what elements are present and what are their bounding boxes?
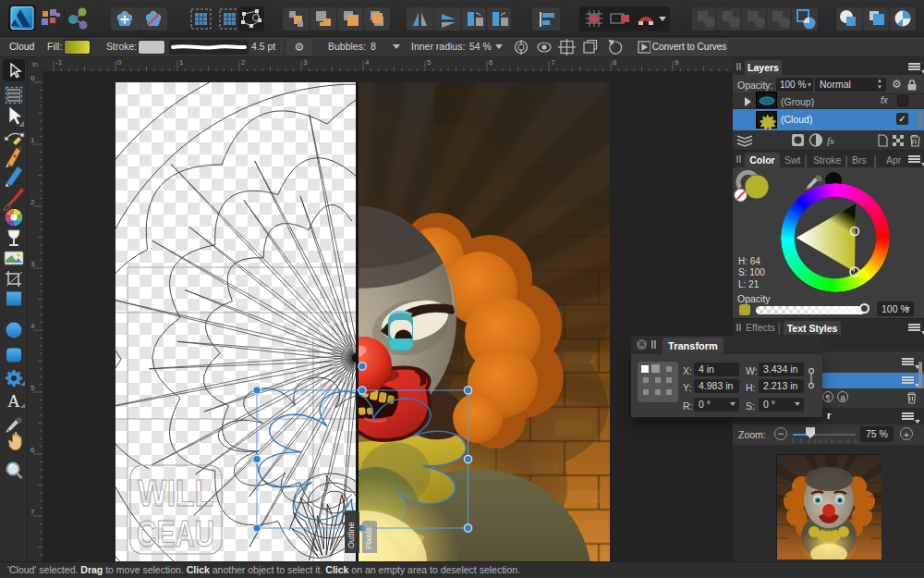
svg-text:2: 2: [241, 58, 246, 67]
svg-text:4: 4: [365, 58, 370, 67]
svg-text:1: 1: [179, 58, 184, 67]
svg-text:7: 7: [30, 508, 35, 516]
svg-text:3: 3: [303, 58, 308, 67]
svg-text:6: 6: [489, 58, 493, 67]
svg-text:A: A: [7, 391, 20, 411]
svg-text:8: 8: [613, 58, 617, 67]
svg-text:5: 5: [30, 384, 35, 392]
svg-text:0: 0: [30, 74, 35, 82]
svg-text:4: 4: [30, 322, 35, 330]
svg-text:5: 5: [427, 58, 432, 67]
svg-text:7: 7: [551, 58, 555, 67]
svg-text:6: 6: [30, 446, 35, 454]
svg-text:CEAU: CEAU: [137, 513, 214, 554]
svg-text:WILL: WILL: [138, 473, 213, 513]
svg-text:1: 1: [30, 136, 35, 144]
svg-text:9: 9: [675, 58, 679, 67]
svg-text:-1: -1: [55, 58, 63, 67]
svg-text:3: 3: [30, 260, 35, 268]
svg-text:fx: fx: [827, 135, 834, 146]
svg-text:2: 2: [30, 198, 35, 206]
svg-text:0: 0: [117, 58, 122, 67]
